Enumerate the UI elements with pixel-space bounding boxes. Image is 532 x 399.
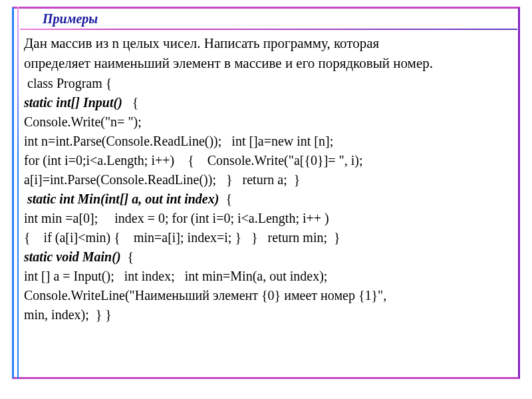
- code-signature-input: static int[] Input(): [24, 95, 126, 110]
- code-line-8: int min =a[0]; index = 0; for (int i=0; …: [24, 209, 513, 228]
- code-line-5: for (int i=0;i<a.Length; i++) { Console.…: [24, 151, 513, 170]
- code-line-12: Console.WriteLine("Наименьший элемент {0…: [24, 286, 513, 305]
- problem-description-line1: Дан массив из n целых чисел. Написать пр…: [24, 33, 513, 53]
- header-title: Примеры: [43, 11, 98, 27]
- code-brace-10: {: [121, 249, 134, 264]
- code-brace-7: {: [219, 192, 232, 206]
- code-line-10: static void Main() {: [24, 247, 513, 267]
- header-band: Примеры: [20, 9, 517, 29]
- code-brace-2: {: [126, 95, 139, 110]
- code-line-2: static int[] Input() {: [24, 93, 513, 112]
- code-signature-min: static int Min(int[] a, out int index): [24, 192, 219, 206]
- header-underline: [20, 29, 517, 30]
- code-line-4: int n=int.Parse(Console.ReadLine()); int…: [24, 132, 513, 151]
- code-signature-main: static void Main(): [24, 249, 121, 264]
- code-line-3: Console.Write("n= ");: [24, 112, 513, 132]
- problem-description-line2: определяет наименьший элемент в массиве …: [24, 53, 513, 73]
- code-line-9: { if (a[i]<min) { min=a[i]; index=i; } }…: [24, 228, 513, 247]
- code-line-11: int [] a = Input(); int index; int min=M…: [24, 267, 513, 286]
- code-line-7: static int Min(int[] a, out int index) {: [24, 190, 513, 209]
- code-line-13: min, index); } }: [24, 305, 513, 325]
- content-area: Дан массив из n целых чисел. Написать пр…: [24, 33, 513, 325]
- code-line-1: class Program {: [24, 74, 513, 93]
- left-accent-line: [17, 7, 19, 379]
- code-line-6: a[i]=int.Parse(Console.ReadLine()); } re…: [24, 170, 513, 190]
